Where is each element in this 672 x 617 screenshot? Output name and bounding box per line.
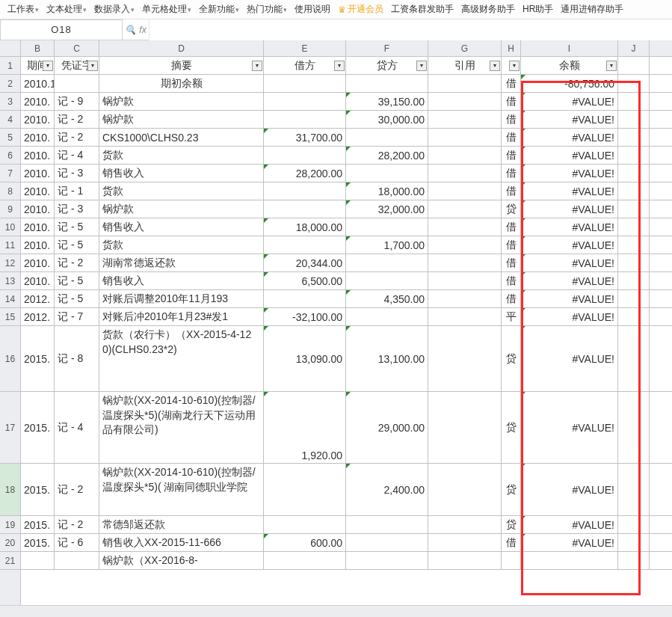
cell-debit[interactable]: 1,920.00 [264,392,346,463]
cell-credit[interactable] [346,218,428,236]
menu-item[interactable]: 数据录入▾ [91,1,138,19]
cell-ref[interactable] [428,464,502,515]
menu-item[interactable]: 工资条群发助手 [388,1,457,19]
cell-summary[interactable]: 锅炉款 [99,200,264,218]
header-cell[interactable]: 凭证字▾ [55,57,99,74]
cell-credit[interactable]: 18,000.00 [346,182,428,200]
cell[interactable] [618,552,650,569]
menu-item[interactable]: 全新功能▾ [196,1,242,19]
cell-dc[interactable]: 贷 [502,392,521,463]
cell-voucher[interactable]: 记 - 9 [55,93,99,110]
cell-summary[interactable]: 销售收入XX-2015-11-666 [99,534,264,551]
row-header[interactable]: 7 [0,165,20,182]
cell-summary[interactable]: 货款 [99,182,264,200]
cell-voucher[interactable]: 记 - 1 [55,182,99,200]
filter-button[interactable]: ▾ [509,61,520,71]
cell-dc[interactable]: 借 [502,147,521,164]
cell-ref[interactable] [428,534,502,551]
cell-summary[interactable]: 销售收入 [99,218,264,236]
cell[interactable] [618,111,650,128]
row-header[interactable]: 18 [0,464,20,516]
cell-period[interactable]: 2010. [21,200,55,218]
select-all-corner[interactable] [0,40,21,56]
cell-ref[interactable] [428,552,502,569]
cell-credit[interactable]: 32,000.00 [346,200,428,218]
cell-summary[interactable]: 常德邹返还款 [99,516,264,533]
cell-period[interactable]: 2012. [21,308,55,325]
cell-dc[interactable]: 贷 [502,516,521,533]
row-header[interactable]: 20 [0,534,20,552]
cell-debit[interactable] [264,75,346,92]
cell-period[interactable]: 2015. [21,534,55,551]
row-header[interactable]: 17 [0,392,20,464]
cell-period[interactable]: 2010. [21,129,55,146]
cell-voucher[interactable]: 记 - 5 [55,218,99,236]
cell-debit[interactable] [264,464,346,515]
cell-summary[interactable]: 销售收入 [99,272,264,289]
cell-balance[interactable]: #VALUE! [521,534,618,551]
cell-dc[interactable]: 借 [502,129,521,146]
cell-balance[interactable]: #VALUE! [521,290,618,307]
cell-debit[interactable]: 600.00 [264,534,346,551]
col-header-J[interactable]: J [618,40,650,56]
cell-credit[interactable]: 13,100.00 [346,326,428,391]
menu-item[interactable]: 通用进销存助手 [558,1,626,19]
cell-summary[interactable]: 货款（农行卡）（XX-2015-4-120)(CLHS0.23*2) [99,326,264,391]
cell[interactable] [618,272,650,289]
header-cell[interactable]: 贷方▾ [346,57,428,74]
cell-dc[interactable]: 借 [502,254,521,271]
menu-item[interactable]: 高级财务助手 [458,1,518,19]
cell-period[interactable]: 2010. [21,218,55,236]
menu-item[interactable]: 使用说明 [292,1,333,19]
cell-debit[interactable] [264,236,346,254]
cell-balance[interactable]: #VALUE! [521,254,618,271]
cell-voucher[interactable]: 记 - 2 [55,464,99,515]
cell-credit[interactable] [346,272,428,289]
filter-button[interactable]: ▾ [334,61,345,71]
header-cell[interactable]: 期间▾ [21,57,55,74]
row-header[interactable]: 2 [0,75,20,93]
cell-credit[interactable] [346,308,428,325]
cell[interactable] [618,165,650,182]
cell[interactable] [618,129,650,146]
cell-balance[interactable]: #VALUE! [521,308,618,325]
cell-summary[interactable]: 货款 [99,236,264,254]
cell-ref[interactable] [428,200,502,218]
col-header-B[interactable]: B [21,40,55,56]
cell-summary[interactable]: 锅炉款（XX-2016-8- [99,552,264,569]
row-header[interactable]: 19 [0,516,20,534]
cell-summary[interactable]: 湖南常德返还款 [99,254,264,271]
cell-credit[interactable] [346,516,428,533]
cell-summary[interactable]: 对账后调整2010年11月193 [99,290,264,307]
cell-dc[interactable]: 贷 [502,464,521,515]
cell-dc[interactable]: 贷 [502,200,521,218]
cell-credit[interactable]: 29,000.00 [346,392,428,463]
cell-balance[interactable]: #VALUE! [521,182,618,200]
formula-input[interactable] [149,19,672,40]
cell-voucher[interactable]: 记 - 6 [55,534,99,551]
col-header-F[interactable]: F [346,40,428,56]
cell-credit[interactable] [346,534,428,551]
row-header[interactable]: 10 [0,218,20,236]
cell-balance[interactable]: #VALUE! [521,516,618,533]
cell-voucher[interactable]: 记 - 3 [55,200,99,218]
cell-ref[interactable] [428,182,502,200]
cell-credit[interactable] [346,254,428,271]
cell[interactable] [618,308,650,325]
cell-period[interactable]: 2010. [21,93,55,110]
filter-button[interactable]: ▾ [490,61,500,71]
cell-debit[interactable]: 13,090.00 [264,326,346,391]
menu-item[interactable]: HR助手 [520,1,556,19]
cell-voucher[interactable]: 记 - 8 [55,326,99,391]
cell-ref[interactable] [428,516,502,533]
cell-balance[interactable]: #VALUE! [521,165,618,182]
row-header[interactable]: 6 [0,147,20,165]
cell-debit[interactable] [264,552,346,569]
cell-dc[interactable] [502,552,521,569]
cell-debit[interactable] [264,200,346,218]
cell-balance[interactable]: #VALUE! [521,218,618,236]
col-header-E[interactable]: E [264,40,346,56]
row-header[interactable]: 1 [0,57,20,75]
cell-balance[interactable]: #VALUE! [521,129,618,146]
cell[interactable] [618,218,650,236]
